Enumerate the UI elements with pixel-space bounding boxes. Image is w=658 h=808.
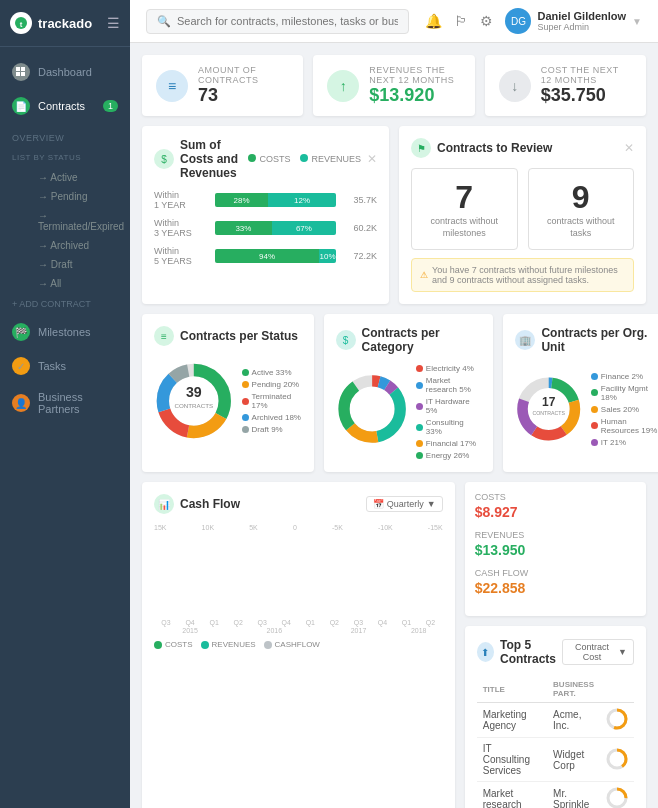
main-panel: 🔍 🔔 🏳 ⚙ DG Daniel Gildenlow Super Admin … [130,0,658,808]
legend-draft: Draft 9% [242,425,302,434]
sidebar-sub-archived[interactable]: → Archived [38,236,130,255]
user-info: Daniel Gildenlow Super Admin [537,10,626,32]
org-icon: 🏢 [515,330,535,350]
cashflow-icon: 📊 [154,494,174,514]
sidebar-sub-draft[interactable]: → Draft [38,255,130,274]
sidebar-nav: Dashboard 📄 Contracts 1 OVERVIEW LIST BY… [0,47,130,808]
legend-ithw: IT Hardware 5% [416,397,482,415]
sidebar-sub-active[interactable]: → Active [38,168,130,187]
status-title: Contracts per Status [180,329,302,343]
svg-text:CONTRACTS: CONTRACTS [533,410,566,416]
topbar-icons: 🔔 🏳 ⚙ DG Daniel Gildenlow Super Admin ▼ [425,8,642,34]
sidebar-sub-terminated[interactable]: → Terminated/Expired [38,206,130,236]
contracts-icon: 📄 [12,97,30,115]
bar-costs-5year: 94% [215,249,319,263]
sum-costs-close[interactable]: ✕ [367,152,377,166]
org-legend: Finance 2% Facility Mgmt 18% Sales 20% H… [591,364,658,454]
bar-row-5year: Within5 YEARS 94% 10% 72.2K [154,246,377,266]
review-close[interactable]: ✕ [624,141,634,155]
top5-title-cell: Marketing Agency [477,703,547,738]
sidebar-sub-all[interactable]: → All [38,274,130,293]
contracts-category-card: $ Contracts per Category Electricity [324,314,494,472]
costs-legend-item: COSTS [248,154,290,164]
cashflow-quarter-labels: Q3Q4Q1Q2Q3Q4Q1Q2Q3Q4Q1Q2 [154,619,443,626]
org-donut-svg: 17 CONTRACTS [515,364,582,454]
top5-filter-btn[interactable]: Contract Cost ▼ [562,639,634,665]
sidebar-overview-section: OVERVIEW [0,127,130,149]
costs-stat-value: $35.750 [541,85,632,106]
revenues-stat-label: REVENUES THE NEXT 12 MONTHS [369,65,460,85]
donut-grid: ≡ Contracts per Status 39 CONTRACTS [142,314,646,472]
sidebar-item-contracts[interactable]: 📄 Contracts 1 [0,89,130,123]
cashflow-summary-card: COSTS $8.927 REVENUES $13.950 CASH FLOW … [465,482,646,616]
topbar: 🔍 🔔 🏳 ⚙ DG Daniel Gildenlow Super Admin … [130,0,658,43]
quarterly-button[interactable]: 📅 Quarterly ▼ [366,496,443,512]
contracts-status-card: ≡ Contracts per Status 39 CONTRACTS [142,314,314,472]
contracts-badge: 1 [103,100,118,112]
legend-consulting: Consulting 33% [416,418,482,436]
top5-chart-cell [600,738,634,782]
svg-text:CONTRACTS: CONTRACTS [175,402,214,409]
legend-archived: Archived 18% [242,413,302,422]
top5-filter-label: Contract Cost [569,642,615,662]
quarterly-label: Quarterly [387,499,424,509]
review-milestones-label: contracts without milestones [422,216,507,239]
legend-pending: Pending 20% [242,380,302,389]
top5-business-cell: Mr. Sprinkle [547,782,600,808]
org-donut-wrap: 17 CONTRACTS Finance 2% Facility Mgmt 18… [515,364,658,454]
search-box[interactable]: 🔍 [146,9,409,34]
bar-row-1year: Within1 YEAR 28% 12% 35.7K [154,190,377,210]
legend-finance: Finance 2% [591,372,658,381]
search-input[interactable] [177,15,398,27]
bar-label-3year: Within3 YEARS [154,218,209,238]
bell-icon[interactable]: 🔔 [425,13,442,29]
sidebar-sub-nav: → Active → Pending → Terminated/Expired … [0,168,130,293]
top5-chart-cell [600,703,634,738]
hamburger-icon[interactable]: ☰ [107,15,120,31]
cashflow-title: Cash Flow [180,497,360,511]
category-header: $ Contracts per Category [336,326,482,354]
cashflow-card: 📊 Cash Flow 📅 Quarterly ▼ 15K10K5K0-5K-1… [142,482,455,808]
sidebar-item-dashboard[interactable]: Dashboard [0,55,130,89]
business-icon: 👤 [12,394,30,412]
right-column: COSTS $8.927 REVENUES $13.950 CASH FLOW … [465,482,646,808]
revenues-legend-item: REVENUES [300,154,361,164]
top5-icon: ⬆ [477,642,494,662]
review-header: ⚑ Contracts to Review ✕ [411,138,634,158]
sidebar-item-milestones[interactable]: 🏁 Milestones [0,315,130,349]
category-icon: $ [336,330,356,350]
status-header: ≡ Contracts per Status [154,326,302,346]
legend-terminated: Terminated 17% [242,392,302,410]
contracts-org-card: 🏢 Contracts per Org. Unit 17 CONTRACTS [503,314,658,472]
dropdown-icon[interactable]: ▼ [632,16,642,27]
flag-icon[interactable]: 🏳 [454,13,468,29]
gear-icon[interactable]: ⚙ [480,13,493,29]
user-role: Super Admin [537,22,626,32]
sum-costs-header: $ Sum of Costs and Revenues COSTS REVENU… [154,138,377,180]
contracts-stat-label: AMOUNT OF CONTRACTS [198,65,289,85]
cashflow-chart [154,535,443,615]
svg-text:39: 39 [186,385,202,401]
sidebar-sub-pending[interactable]: → Pending [38,187,130,206]
milestones-label: Milestones [38,326,91,338]
sum-costs-card: $ Sum of Costs and Revenues COSTS REVENU… [142,126,389,304]
sidebar-status-section: LIST BY STATUS [0,153,130,168]
top5-title-cell: IT Consulting Services [477,738,547,782]
contracts-stat-icon: ≡ [156,70,188,102]
revenues-label: REVENUES [475,530,636,540]
stat-card-contracts: ≡ AMOUNT OF CONTRACTS 73 [142,55,303,116]
revenues-stat-value: $13.920 [369,85,460,106]
sidebar-item-tasks[interactable]: ✓ Tasks [0,349,130,383]
add-contract-link[interactable]: + ADD CONTRACT [0,293,130,315]
sidebar-logo: t trackado ☰ [0,0,130,47]
row2-grid: $ Sum of Costs and Revenues COSTS REVENU… [142,126,646,304]
legend-costs: COSTS [154,640,193,649]
legend-energy: Energy 26% [416,451,482,460]
legend-market: Market research 5% [416,376,482,394]
bar-rev-1year: 12% [268,193,336,207]
sum-costs-icon: $ [154,149,174,169]
review-box-milestones: 7 contracts without milestones [411,168,518,250]
warning-text: You have 7 contracts without future mile… [432,265,625,285]
costs-stat-content: COST THE NEXT 12 MONTHS $35.750 [541,65,632,106]
sidebar-item-business[interactable]: 👤 Business Partners [0,383,130,423]
